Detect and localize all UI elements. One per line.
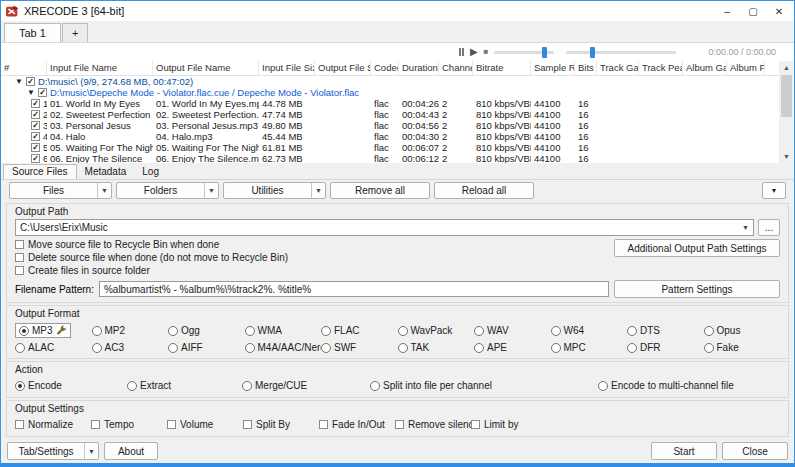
table-row[interactable]: 5 05. Waiting For The Night 05. Waiting … [1,142,779,153]
split-by-checkbox[interactable]: Split By [243,419,319,430]
table-row[interactable]: 1 01. World In My Eyes 01. World In My E… [1,98,779,109]
checkbox-box[interactable] [15,266,24,275]
col-header-album-gain[interactable]: Album Gain [683,61,727,75]
format-option-dts[interactable]: DTS [627,323,704,338]
col-header-bitrate[interactable]: Bitrate [473,61,531,75]
browse-button[interactable]: ... [758,219,780,236]
action-option-extract[interactable]: Extract [127,380,242,391]
expander-icon[interactable]: ▼ [15,76,23,87]
format-option-ape[interactable]: APE [474,342,551,353]
seek-slider-thumb[interactable] [542,47,547,58]
format-option-aiff[interactable]: AIFF [168,342,245,353]
group-row[interactable]: ▼ D:\music\ (9/9, 274.68 MB, 00:47:02) [1,76,779,87]
col-header-input-size[interactable]: Input File Size [259,61,315,75]
table-row[interactable]: 4 04. Halo 04. Halo.mp3 45.44 MB flac 00… [1,131,779,142]
col-header-input-name[interactable]: Input File Name [47,61,153,75]
chevron-down-icon[interactable]: ▼ [204,183,218,198]
tab-1[interactable]: Tab 1 [4,23,61,42]
format-option-fake[interactable]: Fake [704,342,781,353]
create-in-source-checkbox[interactable]: Create files in source folder [15,265,610,276]
pause-icon[interactable] [459,48,464,56]
checkbox-box[interactable] [15,240,24,249]
format-option-wavpack[interactable]: WavPack [398,323,475,338]
maximize-icon[interactable]: ▢ [740,2,766,20]
start-button[interactable]: Start [651,442,717,460]
checkbox-box[interactable] [471,420,480,429]
tab-metadata[interactable]: Metadata [77,165,135,179]
normalize-checkbox[interactable]: Normalize [15,419,91,430]
row-checkbox[interactable] [31,132,40,141]
utilities-button[interactable]: Utilities ▼ [223,182,326,199]
format-option-ogg[interactable]: Ogg [168,323,245,338]
checkbox-box[interactable] [243,420,252,429]
col-header-track-peak[interactable]: Track Peak [639,61,683,75]
group-checkbox[interactable] [26,77,35,86]
close-button[interactable]: Close [722,442,788,460]
action-option-multichannel[interactable]: Encode to multi-channel file [598,380,780,391]
format-option-flac[interactable]: FLAC [321,323,398,338]
col-header-track-gain[interactable]: Track Gain [597,61,639,75]
row-checkbox[interactable] [31,99,40,108]
format-option-w64[interactable]: W64 [551,323,628,338]
table-row[interactable]: 6 06. Enjoy The Silence 06. Enjoy The Si… [1,153,779,163]
col-header-album-peak[interactable]: Album Peak [727,61,765,75]
chevron-down-icon[interactable]: ▼ [84,443,98,459]
delete-source-checkbox[interactable]: Delete source file when done (do not mov… [15,252,610,263]
recycle-bin-checkbox[interactable]: Move source file to Recycle Bin when don… [15,239,610,250]
tempo-checkbox[interactable]: Tempo [91,419,167,430]
wrench-icon[interactable] [56,325,67,336]
filename-pattern-input[interactable]: %albumartist% - %album%\%track2%. %title… [99,281,609,297]
minimize-icon[interactable]: – [714,2,740,20]
checkbox-box[interactable] [91,420,100,429]
folders-button[interactable]: Folders ▼ [116,182,219,199]
volume-slider[interactable] [566,51,676,54]
fade-in-out-checkbox[interactable]: Fade In/Out [319,419,395,430]
tab-log[interactable]: Log [134,165,167,179]
row-checkbox[interactable] [31,121,40,130]
play-icon[interactable]: ▶ [470,48,478,56]
chevron-down-icon[interactable]: ▼ [311,183,325,198]
col-header-channels[interactable]: Channels [439,61,473,75]
col-header-duration[interactable]: Duration [399,61,439,75]
col-header-output-name[interactable]: Output File Name [153,61,259,75]
remove-silence-checkbox[interactable]: Remove silence [395,419,471,430]
table-row[interactable]: 3 03. Personal Jesus 03. Personal Jesus.… [1,120,779,131]
checkbox-box[interactable] [395,420,404,429]
col-header-bits[interactable]: Bits [575,61,597,75]
action-option-merge-cue[interactable]: Merge/CUE [242,380,370,391]
volume-slider-thumb[interactable] [590,47,595,58]
format-option-mpc[interactable]: MPC [551,342,628,353]
format-option-opus[interactable]: Opus [704,323,781,338]
format-option-swf[interactable]: SWF [321,342,398,353]
checkbox-box[interactable] [15,420,24,429]
output-path-combo[interactable]: C:\Users\Erix\Music ▼ [15,219,754,236]
col-header-sample-rate[interactable]: Sample Rate [531,61,575,75]
about-button[interactable]: About [104,442,158,460]
format-option-mp2[interactable]: MP2 [92,323,169,338]
additional-output-path-settings-button[interactable]: Additional Output Path Settings [614,239,780,257]
tab-source-files[interactable]: Source Files [3,164,77,179]
files-button[interactable]: Files ▼ [9,182,112,199]
more-options-button[interactable]: ▼ [762,182,786,199]
scroll-down-icon[interactable]: ▼ [783,150,790,163]
scrollbar-thumb[interactable] [781,75,792,117]
col-header-output-size[interactable]: Output File Size [315,61,371,75]
format-option-tak[interactable]: TAK [398,342,475,353]
scroll-up-icon[interactable]: ▲ [783,61,790,74]
stop-icon[interactable]: ■ [484,48,489,56]
format-option-alac[interactable]: ALAC [15,342,92,353]
checkbox-box[interactable] [319,420,328,429]
tab-settings-button[interactable]: Tab/Settings ▼ [7,442,99,460]
row-checkbox[interactable] [31,110,40,119]
format-option-ac3[interactable]: AC3 [92,342,169,353]
format-option-dfr[interactable]: DFR [627,342,704,353]
add-tab-button[interactable]: + [62,23,88,42]
vertical-scrollbar[interactable]: ▲ ▼ [779,61,794,163]
col-header-codec[interactable]: Codec [371,61,399,75]
format-option-mp3[interactable]: MP3 [15,323,92,338]
seek-slider[interactable] [494,51,554,54]
limit-by-checkbox[interactable]: Limit by [471,419,547,430]
row-checkbox[interactable] [31,143,40,152]
volume-checkbox[interactable]: Volume [167,419,243,430]
action-option-split-per-channel[interactable]: Split into file per channel [370,380,598,391]
